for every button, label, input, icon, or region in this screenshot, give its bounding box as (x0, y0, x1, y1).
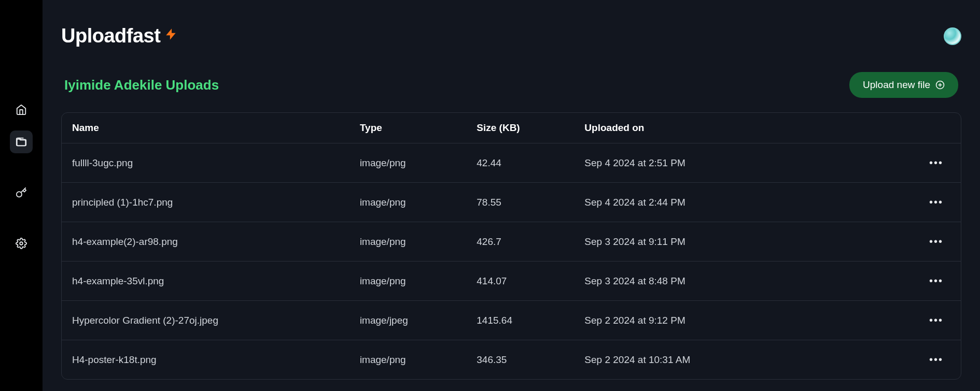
cell-type: image/png (349, 262, 466, 301)
table-row[interactable]: h4-example(2)-ar98.pngimage/png426.7Sep … (62, 222, 961, 262)
plus-circle-icon (935, 80, 945, 90)
more-icon: ••• (929, 196, 943, 208)
table-header-row: Name Type Size (KB) Uploaded on (62, 113, 961, 143)
subheader: Iyimide Adekile Uploads Upload new file (61, 72, 961, 98)
upload-button[interactable]: Upload new file (849, 72, 958, 98)
cell-uploaded: Sep 3 2024 at 8:48 PM (574, 262, 889, 301)
more-icon: ••• (929, 157, 943, 168)
folder-icon (16, 136, 27, 148)
column-header-uploaded: Uploaded on (574, 113, 889, 143)
cell-name: principled (1)-1hc7.png (62, 183, 349, 222)
table-row[interactable]: fullll-3ugc.pngimage/png42.44Sep 4 2024 … (62, 143, 961, 183)
cell-type: image/png (349, 222, 466, 262)
column-header-name: Name (62, 113, 349, 143)
cell-uploaded: Sep 4 2024 at 2:44 PM (574, 183, 889, 222)
upload-button-label: Upload new file (863, 79, 930, 91)
table-row[interactable]: h4-example-35vl.pngimage/png414.07Sep 3 … (62, 262, 961, 301)
cell-size: 78.55 (466, 183, 574, 222)
column-header-size: Size (KB) (466, 113, 574, 143)
cell-name: H4-poster-k18t.png (62, 340, 349, 380)
cell-size: 414.07 (466, 262, 574, 301)
app-title-text: Uploadfast (61, 25, 160, 47)
cell-actions: ••• (889, 262, 961, 301)
header: Uploadfast (61, 25, 961, 47)
cell-type: image/png (349, 143, 466, 183)
app-title: Uploadfast (61, 25, 178, 47)
row-more-button[interactable]: ••• (927, 352, 945, 368)
sidebar-item-files[interactable] (10, 131, 33, 153)
table-row[interactable]: principled (1)-1hc7.pngimage/png78.55Sep… (62, 183, 961, 222)
page-title: Iyimide Adekile Uploads (64, 77, 219, 93)
cell-actions: ••• (889, 143, 961, 183)
table-row[interactable]: Hypercolor Gradient (2)-27oj.jpegimage/j… (62, 301, 961, 340)
cell-actions: ••• (889, 340, 961, 380)
row-more-button[interactable]: ••• (927, 234, 945, 250)
bolt-icon (164, 26, 178, 47)
cell-actions: ••• (889, 301, 961, 340)
more-icon: ••• (929, 314, 943, 326)
avatar[interactable] (944, 27, 961, 45)
sidebar-item-settings[interactable] (10, 232, 33, 255)
more-icon: ••• (929, 354, 943, 365)
svg-point-1 (20, 242, 23, 245)
row-more-button[interactable]: ••• (927, 273, 945, 289)
cell-name: fullll-3ugc.png (62, 143, 349, 183)
uploads-table: Name Type Size (KB) Uploaded on fullll-3… (62, 113, 961, 379)
cell-name: h4-example-35vl.png (62, 262, 349, 301)
row-more-button[interactable]: ••• (927, 312, 945, 328)
sidebar-item-keys[interactable] (10, 181, 33, 204)
column-header-type: Type (349, 113, 466, 143)
cell-uploaded: Sep 2 2024 at 10:31 AM (574, 340, 889, 380)
cell-name: Hypercolor Gradient (2)-27oj.jpeg (62, 301, 349, 340)
cell-uploaded: Sep 3 2024 at 9:11 PM (574, 222, 889, 262)
sidebar (0, 0, 43, 391)
more-icon: ••• (929, 236, 943, 247)
table-row[interactable]: H4-poster-k18t.pngimage/png346.35Sep 2 2… (62, 340, 961, 380)
main-content: Uploadfast Iyimide Adekile Uploads Uploa… (43, 0, 980, 391)
home-icon (16, 104, 27, 115)
gear-icon (16, 238, 27, 249)
cell-name: h4-example(2)-ar98.png (62, 222, 349, 262)
cell-type: image/jpeg (349, 301, 466, 340)
cell-size: 42.44 (466, 143, 574, 183)
row-more-button[interactable]: ••• (927, 155, 945, 171)
cell-size: 1415.64 (466, 301, 574, 340)
sidebar-item-home[interactable] (10, 98, 33, 121)
key-icon (16, 187, 27, 198)
more-icon: ••• (929, 275, 943, 286)
cell-uploaded: Sep 4 2024 at 2:51 PM (574, 143, 889, 183)
cell-size: 346.35 (466, 340, 574, 380)
column-header-actions (889, 113, 961, 143)
cell-size: 426.7 (466, 222, 574, 262)
cell-type: image/png (349, 340, 466, 380)
uploads-table-container: Name Type Size (KB) Uploaded on fullll-3… (61, 112, 961, 380)
cell-uploaded: Sep 2 2024 at 9:12 PM (574, 301, 889, 340)
cell-type: image/png (349, 183, 466, 222)
cell-actions: ••• (889, 183, 961, 222)
cell-actions: ••• (889, 222, 961, 262)
row-more-button[interactable]: ••• (927, 194, 945, 210)
